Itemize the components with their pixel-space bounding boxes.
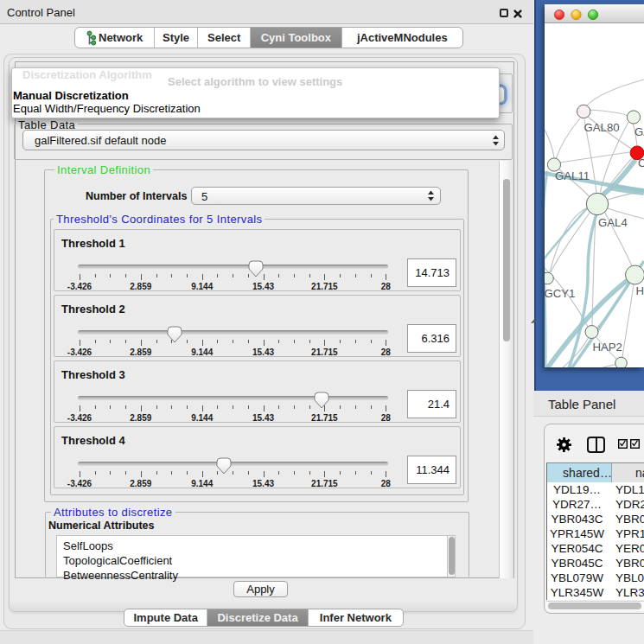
svg-text:GAL7: GAL7 xyxy=(634,125,644,138)
svg-text:C: C xyxy=(638,156,644,169)
svg-text:GAL11: GAL11 xyxy=(555,169,590,182)
svg-text:GAL80: GAL80 xyxy=(584,121,620,134)
svg-text:HAP2: HAP2 xyxy=(593,341,622,354)
svg-text:H: H xyxy=(636,284,644,297)
svg-text:GAL4: GAL4 xyxy=(598,216,628,229)
svg-text:GCY1: GCY1 xyxy=(545,287,575,300)
